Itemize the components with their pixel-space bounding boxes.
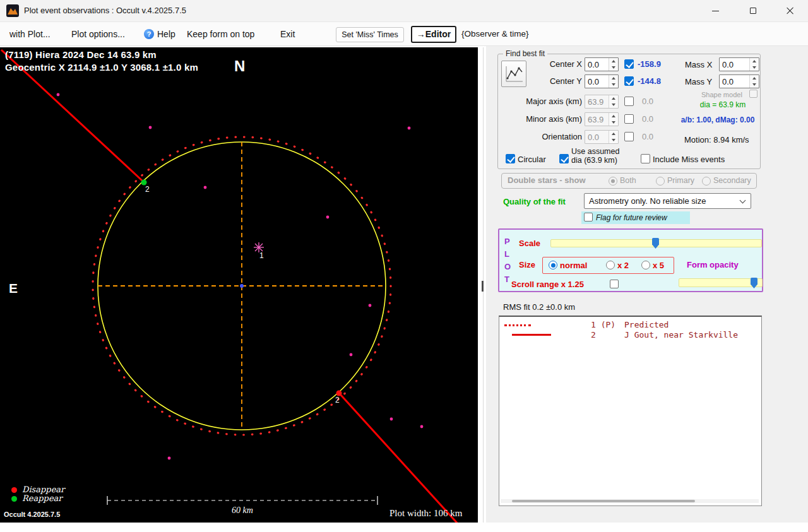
menu-plot-options[interactable]: Plot options...	[71, 29, 125, 39]
version-label: Occult 4.2025.7.5	[4, 511, 60, 518]
minor-axis-label: Minor axis (km)	[498, 114, 582, 124]
size-x5-radio[interactable]	[641, 261, 650, 269]
quality-dropdown[interactable]: Astrometry only. No reliable size	[584, 193, 751, 209]
mass-y-updown[interactable]: 0.0	[719, 74, 759, 88]
orientation-fit-checkbox[interactable]	[624, 132, 634, 141]
observation-row-predicted[interactable]: 1 (P) Predicted	[499, 320, 761, 330]
observation-number: 2	[591, 330, 596, 340]
center-x-updown[interactable]: 0.0	[585, 57, 619, 71]
size-x2-label: x 2	[617, 261, 629, 270]
scale-slider[interactable]	[550, 239, 762, 247]
scroll-range-checkbox[interactable]	[610, 280, 619, 288]
set-miss-times-button[interactable]: Set 'Miss' Times	[336, 27, 404, 42]
help-icon[interactable]: ?	[144, 29, 154, 39]
menu-exit[interactable]: Exit	[280, 29, 295, 39]
double-stars-both-label: Both	[620, 176, 636, 185]
spin-up-icon[interactable]	[609, 58, 618, 64]
use-assumed-dia-checkbox[interactable]	[559, 154, 569, 163]
circular-checkbox[interactable]	[506, 154, 515, 163]
size-x5-label: x 5	[653, 261, 664, 270]
mass-y-value: 0.0	[722, 77, 734, 86]
chord-line-lower[interactable]	[341, 395, 460, 523]
form-opacity-slider[interactable]	[679, 278, 763, 287]
field-star-dot	[408, 127, 411, 130]
center-marker	[240, 284, 244, 288]
spin-down-icon[interactable]	[750, 81, 759, 88]
major-axis-fitted: 0.0	[642, 97, 653, 106]
orientation-spinners	[609, 131, 618, 143]
menu-keep-on-top[interactable]: Keep form on top	[187, 29, 254, 39]
spin-down-icon[interactable]	[609, 64, 618, 71]
plot-width-label: Plot width: 106 km	[389, 508, 462, 519]
double-stars-primary-radio	[656, 177, 665, 186]
observation-row-observer[interactable]: 2 J Gout, near Starkville	[499, 330, 761, 340]
mass-y-spinners[interactable]	[749, 75, 759, 88]
mass-y-label: Mass Y	[685, 77, 712, 86]
plot-title-line2: Geocentric X 2114.9 ±1.0 Y 3068.1 ±1.0 k…	[5, 62, 198, 73]
center-x-fit-checkbox[interactable]	[624, 59, 634, 69]
double-stars-secondary-radio	[702, 177, 711, 186]
list-horizontal-scrollbar[interactable]	[501, 499, 759, 503]
close-button[interactable]	[775, 0, 805, 21]
observation-number: 1 (P)	[591, 320, 615, 329]
star-number-label: 1	[259, 251, 264, 260]
center-y-fit-checkbox[interactable]	[624, 76, 634, 86]
field-star-dots	[57, 93, 424, 460]
double-stars-group: Double stars - show Both Primary Seconda…	[501, 173, 757, 189]
double-stars-secondary-label: Secondary	[713, 176, 751, 185]
flag-review-checkbox[interactable]	[584, 213, 593, 222]
find-best-fit-title: Find best fit	[503, 49, 547, 58]
chevron-down-icon	[740, 198, 746, 204]
list-scrollbar-thumb[interactable]	[512, 500, 695, 502]
major-axis-fit-checkbox[interactable]	[624, 97, 634, 106]
minimize-icon	[712, 11, 719, 11]
major-axis-label: Major axis (km)	[498, 97, 582, 106]
size-x2-radio[interactable]	[606, 261, 615, 269]
spin-down-icon[interactable]	[750, 64, 759, 71]
size-normal-radio[interactable]	[549, 261, 557, 269]
center-x-spinners[interactable]	[609, 58, 618, 71]
mountain-icon	[6, 4, 19, 17]
editor-button[interactable]: →Editor	[411, 26, 456, 43]
center-y-spinners[interactable]	[609, 75, 618, 88]
mass-x-updown[interactable]: 0.0	[719, 57, 759, 71]
center-y-value: 0.0	[588, 77, 599, 86]
use-assumed-label-line2: dia (63.9 km)	[571, 156, 617, 165]
maximize-button[interactable]	[738, 0, 768, 21]
plot-canvas[interactable]: (7119) Hiera 2024 Dec 14 63.9 km Geocent…	[0, 47, 478, 523]
scale-slider-thumb[interactable]	[652, 238, 659, 249]
observer-time-label[interactable]: {Observer & time}	[461, 29, 529, 38]
find-best-fit-group: Find best fit Center X Center Y Major ax…	[497, 54, 761, 169]
spin-up-icon[interactable]	[609, 75, 618, 81]
observed-line-sample	[512, 334, 551, 336]
menu-bar: with Plot... Plot options... ? Help Keep…	[0, 22, 808, 46]
mass-x-spinners[interactable]	[749, 58, 759, 71]
field-star-dot	[420, 425, 424, 429]
observations-list[interactable]: 1 (P) Predicted 2 J Gout, near Starkvill…	[499, 316, 762, 506]
use-assumed-label-line1: Use assumed	[571, 147, 619, 156]
spin-down-icon[interactable]	[609, 81, 618, 88]
flag-review-label: Flag for future review	[596, 213, 667, 222]
rms-fit-label: RMS fit 0.2 ±0.0 km	[503, 302, 575, 312]
menu-with-plot[interactable]: with Plot...	[9, 29, 50, 39]
field-star-dot	[57, 93, 60, 97]
field-star-dot	[369, 304, 372, 307]
spin-down-icon	[609, 137, 618, 143]
center-y-fitted: -144.8	[638, 76, 661, 86]
menu-help[interactable]: Help	[157, 29, 175, 39]
plot-letter-p: P	[504, 237, 510, 246]
form-opacity-slider-thumb[interactable]	[751, 278, 758, 288]
splitter-handle[interactable]	[482, 281, 484, 292]
spin-up-icon[interactable]	[750, 58, 759, 64]
minimize-button[interactable]	[701, 0, 730, 21]
center-y-updown[interactable]: 0.0	[585, 74, 619, 88]
include-miss-checkbox[interactable]	[641, 154, 650, 163]
spin-up-icon[interactable]	[750, 75, 759, 81]
minor-axis-fit-checkbox[interactable]	[624, 114, 634, 124]
flag-review-area: Flag for future review	[581, 211, 690, 224]
plot-title-line1: (7119) Hiera 2024 Dec 14 63.9 km	[5, 49, 157, 60]
field-star-dot	[168, 457, 171, 460]
field-star-dot	[390, 418, 393, 421]
observation-name: Predicted	[624, 320, 668, 329]
center-x-value: 0.0	[588, 60, 599, 69]
